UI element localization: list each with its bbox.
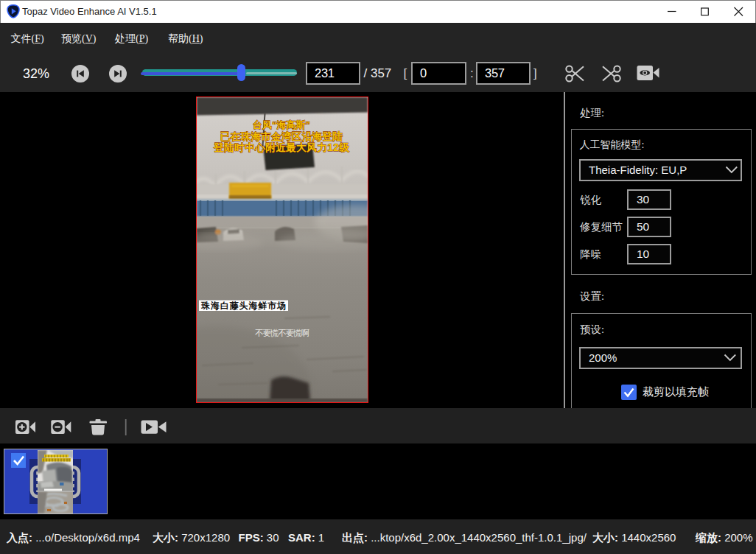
svg-text:登陆时中心附近最大风力12级: 登陆时中心附近最大风力12级: [213, 142, 349, 153]
svg-text:不要慌不要慌啊: 不要慌不要慌啊: [255, 329, 310, 337]
svg-text:台风“海高斯”: 台风“海高斯”: [253, 119, 310, 130]
svg-text:珠海白藤头海鲜市场: 珠海白藤头海鲜市场: [200, 301, 286, 311]
svg-text:已在珠海市金湾区沿海登陆: 已在珠海市金湾区沿海登陆: [220, 130, 343, 141]
